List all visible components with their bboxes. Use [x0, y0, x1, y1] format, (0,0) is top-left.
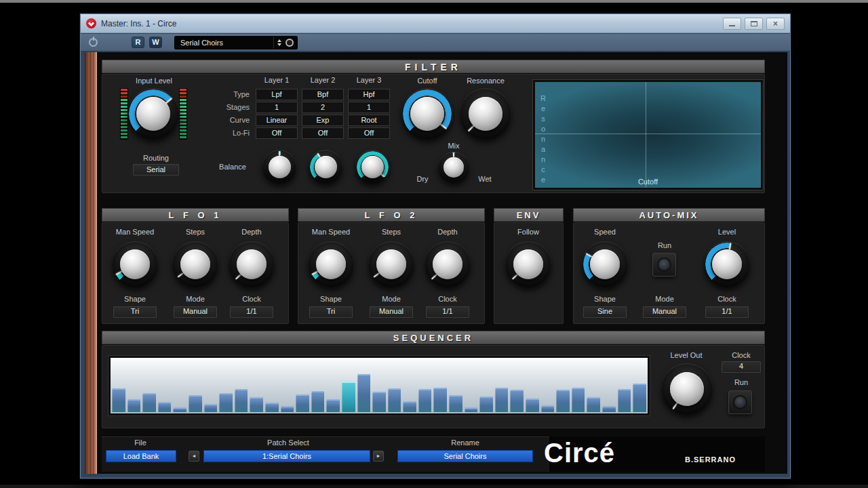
sequencer-bars[interactable] — [112, 359, 646, 412]
video-top-strip — [0, 0, 868, 3]
sequencer-bar[interactable] — [265, 403, 279, 412]
resonance-knob[interactable] — [460, 88, 511, 140]
patch-prev-button[interactable]: ◄ — [189, 451, 199, 462]
close-button[interactable]: × — [766, 18, 785, 30]
automix-shape-label: Shape — [583, 295, 627, 303]
type-layer3-cell[interactable]: Hpf — [348, 89, 390, 100]
sequencer-bar[interactable] — [142, 393, 156, 412]
lfo1-clock-value[interactable]: 1/1 — [230, 306, 273, 318]
automix-run-button[interactable] — [652, 253, 676, 277]
lfo2-mode-value[interactable]: Manual — [370, 306, 413, 318]
curve-layer2-cell[interactable]: Exp — [302, 115, 344, 126]
lfo2-manspeed-knob[interactable] — [308, 241, 354, 287]
sequencer-bar[interactable] — [510, 390, 524, 412]
sequencer-display[interactable] — [108, 356, 650, 415]
sequencer-bar[interactable] — [342, 382, 355, 412]
preset-spinner[interactable] — [273, 37, 285, 49]
curve-layer1-cell[interactable]: Linear — [256, 115, 298, 126]
preset-up-icon[interactable] — [277, 39, 281, 42]
sequencer-bar[interactable] — [418, 389, 432, 412]
lfo2-steps-knob[interactable] — [368, 241, 414, 287]
stages-layer1-cell[interactable]: 1 — [256, 102, 298, 113]
sequencer-bar[interactable] — [296, 394, 309, 412]
preset-selector[interactable]: Serial Choirs — [174, 36, 298, 49]
sequencer-bar[interactable] — [572, 388, 585, 412]
cutoff-resonance-xy-pad[interactable]: Resonance Cutoff — [533, 80, 763, 190]
stages-layer3-cell[interactable]: 1 — [348, 102, 390, 113]
sequencer-bar[interactable] — [311, 391, 325, 412]
sequencer-bar[interactable] — [541, 405, 555, 412]
lofi-layer3-cell[interactable]: Off — [348, 127, 390, 139]
automix-speed-knob[interactable] — [582, 241, 628, 287]
type-layer1-cell[interactable]: Lpf — [256, 89, 298, 100]
sequencer-bar[interactable] — [158, 402, 172, 412]
input-level-knob[interactable] — [127, 88, 179, 140]
balance-knob-2[interactable] — [309, 150, 342, 184]
bypass-power-icon[interactable] — [89, 38, 98, 47]
maximize-button[interactable] — [745, 18, 763, 30]
sequencer-bar[interactable] — [281, 406, 294, 412]
routing-value[interactable]: Serial — [133, 164, 179, 176]
sequencer-bar[interactable] — [357, 374, 371, 412]
balance-knob-1[interactable] — [262, 150, 296, 184]
lfo1-mode-value[interactable]: Manual — [174, 306, 217, 318]
curve-layer3-cell[interactable]: Root — [348, 115, 390, 126]
type-layer2-cell[interactable]: Bpf — [302, 89, 344, 100]
lfo1-steps-knob[interactable] — [172, 241, 218, 287]
sequencer-bar[interactable] — [326, 399, 340, 413]
sequencer-bar[interactable] — [189, 395, 202, 412]
sequencer-bar[interactable] — [127, 399, 141, 412]
level-out-knob[interactable] — [661, 363, 713, 415]
cutoff-knob[interactable] — [401, 88, 453, 140]
automix-shape-value[interactable]: Sine — [583, 306, 627, 318]
sequencer-bar[interactable] — [556, 390, 570, 412]
patch-next-button[interactable]: ► — [373, 451, 384, 462]
layer2-header: Layer 2 — [302, 76, 344, 84]
seq-clock-value[interactable]: 4 — [722, 361, 761, 373]
lfo2-shape-value[interactable]: Tri — [309, 306, 353, 318]
lfo1-manspeed-knob[interactable] — [112, 241, 158, 287]
sequencer-bar[interactable] — [372, 392, 386, 412]
read-automation-button[interactable]: R — [132, 37, 144, 48]
load-bank-button[interactable]: Load Bank — [106, 450, 176, 462]
sequencer-bar[interactable] — [112, 388, 125, 412]
stages-layer2-cell[interactable]: 2 — [302, 102, 344, 113]
mix-knob[interactable] — [438, 152, 469, 183]
sequencer-bar[interactable] — [204, 404, 218, 412]
sequencer-bar[interactable] — [465, 407, 478, 412]
sequencer-bar[interactable] — [449, 395, 462, 412]
automix-level-knob[interactable] — [704, 241, 750, 287]
seq-run-button[interactable] — [728, 390, 752, 414]
rename-label: Rename — [442, 439, 488, 447]
sequencer-bar[interactable] — [633, 384, 646, 412]
sequencer-bar[interactable] — [235, 389, 248, 412]
sequencer-bar[interactable] — [479, 396, 493, 412]
lfo1-depth-knob[interactable] — [229, 241, 275, 287]
automix-clock-value[interactable]: 1/1 — [705, 306, 749, 318]
patch-select-value[interactable]: 1:Serial Choirs — [203, 450, 370, 462]
lfo1-shape-value[interactable]: Tri — [113, 306, 157, 318]
sequencer-bar[interactable] — [526, 399, 539, 412]
sequencer-bar[interactable] — [618, 389, 631, 412]
lofi-layer2-cell[interactable]: Off — [302, 127, 344, 139]
lfo2-depth-knob[interactable] — [425, 241, 471, 287]
sequencer-bar[interactable] — [173, 407, 186, 412]
minimize-button[interactable] — [723, 18, 741, 30]
sequencer-bar[interactable] — [403, 401, 416, 412]
lfo2-clock-value[interactable]: 1/1 — [426, 306, 469, 318]
env-follow-knob[interactable] — [505, 241, 551, 287]
sequencer-bar[interactable] — [388, 388, 401, 412]
sequencer-bar[interactable] — [250, 397, 263, 412]
preset-browser-icon[interactable] — [285, 39, 294, 47]
sequencer-bar[interactable] — [433, 388, 447, 412]
sequencer-bar[interactable] — [219, 393, 233, 412]
balance-knob-3[interactable] — [355, 150, 389, 184]
write-automation-button[interactable]: W — [149, 37, 162, 48]
sequencer-bar[interactable] — [495, 388, 509, 412]
automix-mode-value[interactable]: Manual — [643, 306, 686, 318]
rename-value[interactable]: Serial Choirs — [397, 450, 533, 462]
lofi-layer1-cell[interactable]: Off — [256, 127, 298, 139]
sequencer-bar[interactable] — [587, 397, 600, 412]
sequencer-bar[interactable] — [602, 406, 616, 412]
preset-down-icon[interactable] — [277, 43, 281, 46]
